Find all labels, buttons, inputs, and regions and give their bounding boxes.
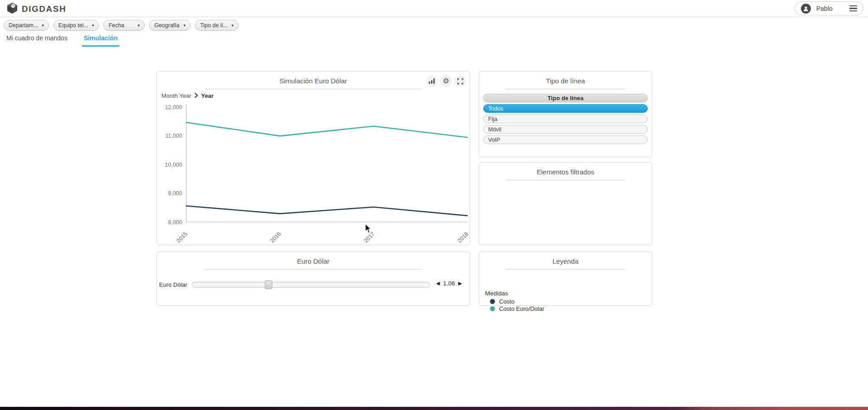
chevron-down-icon: ▾ [138, 23, 140, 28]
chevron-down-icon: ▾ [92, 23, 94, 28]
line-type-option-fija[interactable]: Fija [483, 115, 648, 123]
chart-type-icon[interactable] [426, 75, 438, 87]
user-menu[interactable]: Pablo [795, 1, 863, 15]
filtered-elements-title: Elementos filtrados [479, 168, 652, 176]
line-type-options: TodosFijaMóvilVoIP [479, 104, 652, 144]
legend-item-label: Costo [499, 298, 514, 305]
user-avatar-icon [801, 4, 811, 14]
euro-dollar-slider-thumb[interactable] [265, 280, 272, 289]
filter-pill-label: Equipo tel... [58, 22, 88, 29]
dashboard-tabs: Mi cuadro de mandos Simulación [5, 34, 119, 47]
line-type-option-voip[interactable]: VoIP [483, 135, 648, 144]
filter-pill-2[interactable]: Fecha▾ [103, 20, 145, 31]
legend-item: Costo Euro/Dolar [490, 306, 544, 312]
y-axis-tick-label: 9,000 [168, 190, 182, 197]
bottom-window-edge [0, 407, 868, 410]
y-axis-tick-label: 11,000 [165, 133, 182, 139]
divider [506, 269, 625, 270]
tab-simulacion[interactable]: Simulación [82, 34, 120, 47]
chart-panel-title: Simulación Euro Dólar [157, 77, 470, 85]
line-type-panel-title: Tipo de línea [479, 77, 652, 85]
euro-dollar-slider-track[interactable] [192, 282, 430, 288]
legend-panel: Leyenda Medidas CostoCosto Euro/Dolar [479, 251, 652, 306]
filter-pill-4[interactable]: Tipo de lí...▾ [195, 20, 238, 31]
breadcrumb-year: Year [201, 92, 213, 99]
legend-item: Costo [490, 299, 544, 304]
chevron-down-icon: ▾ [232, 23, 234, 28]
chevron-down-icon: ▾ [184, 23, 186, 28]
decrement-arrow-icon[interactable]: ◀ [436, 280, 440, 286]
slider-row: Euro Dólar ◀ 1.06 ▶ [157, 279, 470, 291]
x-axis-tick-label-2018: 2018 [456, 231, 470, 244]
app-title: DIGDASH [22, 4, 66, 14]
euro-dollar-line-chart[interactable]: 8,0009,00010,00011,00012,000201520162017… [157, 102, 470, 244]
filter-pill-3[interactable]: Geografía▾ [149, 20, 190, 31]
x-axis-tick-label-2016: 2016 [269, 231, 282, 244]
settings-gear-icon[interactable]: ⚙ [440, 75, 452, 87]
divider [205, 89, 421, 89]
filter-pill-0[interactable]: Departam...▾ [4, 20, 49, 31]
legend-items: CostoCosto Euro/Dolar [490, 299, 544, 312]
slider-value-group: ◀ 1.06 ▶ [436, 280, 462, 287]
legend-item-label: Costo Euro/Dolar [499, 305, 544, 312]
filter-bar: Departam...▾Equipo tel...▾Fecha▾Geografí… [4, 20, 238, 31]
y-axis-tick-label: 8,000 [168, 219, 182, 226]
filter-pill-label: Fecha [108, 22, 124, 29]
filter-pill-label: Geografía [154, 22, 179, 29]
filter-pill-1[interactable]: Equipo tel...▾ [53, 20, 99, 31]
digdash-logo: DIGDASH [6, 2, 66, 16]
chevron-down-icon: ▾ [42, 23, 44, 28]
divider [506, 180, 625, 180]
euro-dollar-value: 1.06 [443, 280, 455, 287]
filter-pill-label: Tipo de lí... [200, 22, 228, 29]
chevron-right-icon [194, 92, 198, 99]
app-header: DIGDASH Pablo [0, 0, 868, 17]
user-name: Pablo [816, 5, 833, 12]
fullscreen-icon[interactable] [454, 75, 466, 87]
breadcrumb: Month Year Year [161, 92, 213, 99]
euro-dollar-slider-panel: Euro Dólar Euro Dólar ◀ 1.06 ▶ [156, 251, 470, 306]
filtered-elements-panel: Elementos filtrados [479, 162, 652, 245]
slider-label: Euro Dólar [159, 281, 187, 288]
y-axis-tick-label: 12,000 [165, 104, 182, 111]
series-line-costo[interactable] [186, 206, 467, 216]
line-type-option-todos[interactable]: Todos [483, 104, 648, 113]
chart-toolbar: ⚙ [426, 75, 466, 87]
series-line-costo-euro-dolar[interactable] [186, 122, 467, 137]
divider [506, 89, 625, 89]
y-axis-tick-label: 10,000 [165, 162, 182, 168]
divider [205, 269, 421, 270]
legend-color-dot [490, 299, 495, 304]
legend-group-label: Medidas [485, 290, 508, 297]
line-type-option-móvil[interactable]: Móvil [483, 125, 648, 134]
line-type-column-header: Tipo de línea [483, 94, 648, 102]
line-type-filter-panel: Tipo de línea Tipo de línea TodosFijaMóv… [479, 71, 652, 157]
digdash-logo-icon [6, 2, 18, 16]
filter-pill-label: Departam... [9, 22, 38, 29]
simulation-chart-panel: Simulación Euro Dólar ⚙ Month Year Year … [156, 71, 470, 245]
breadcrumb-month-year[interactable]: Month Year [161, 92, 191, 99]
tab-mi-cuadro-de-mandos[interactable]: Mi cuadro de mandos [5, 34, 69, 47]
legend-panel-title: Leyenda [479, 257, 652, 265]
legend-color-dot [490, 306, 495, 311]
increment-arrow-icon[interactable]: ▶ [458, 280, 462, 286]
x-axis-tick-label-2015: 2015 [175, 231, 189, 244]
menu-icon[interactable] [849, 5, 857, 12]
euro-dollar-panel-title: Euro Dólar [157, 257, 470, 265]
x-axis-tick-label-2017: 2017 [363, 231, 376, 244]
